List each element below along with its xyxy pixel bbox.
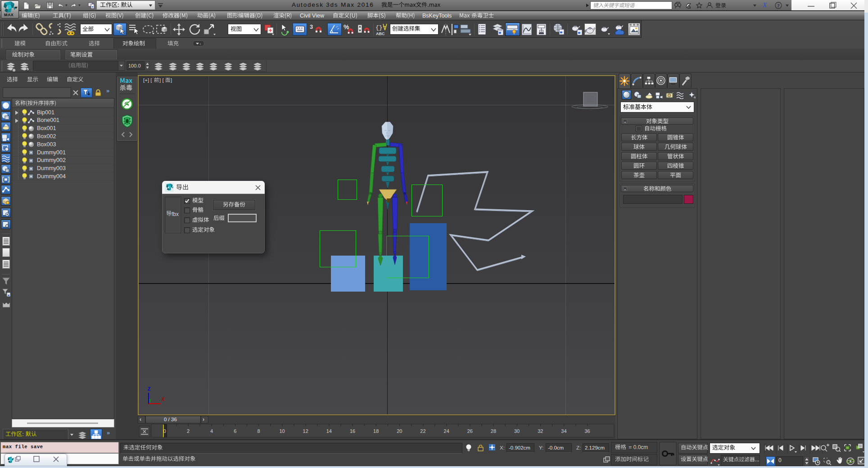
svg-text:y: y <box>149 398 151 402</box>
svg-text:ABC: ABC <box>376 32 385 36</box>
svg-text:X: X <box>162 397 165 402</box>
svg-text:?: ? <box>777 3 780 8</box>
svg-text:Z: Z <box>148 387 150 392</box>
svg-text:{}: {} <box>375 24 383 31</box>
